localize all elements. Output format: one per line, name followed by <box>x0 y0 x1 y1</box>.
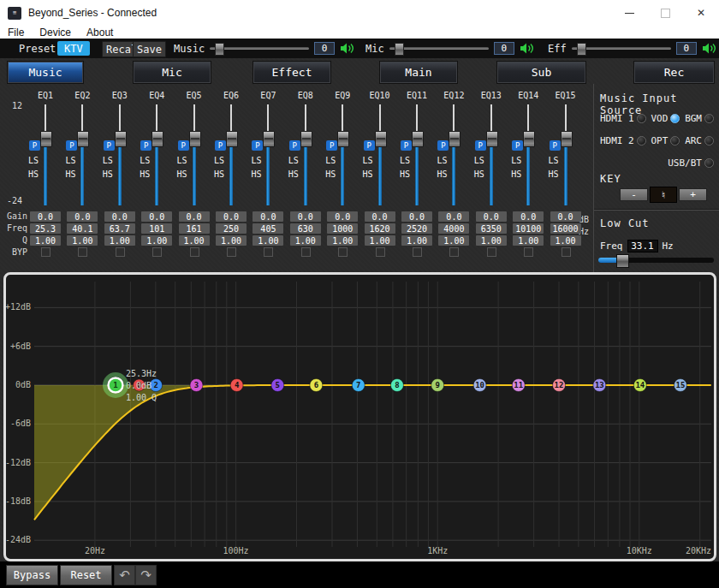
eq-fader[interactable] <box>225 104 237 205</box>
byp-checkbox-eq15[interactable] <box>562 247 571 257</box>
eq-fader-thumb[interactable] <box>115 131 127 147</box>
gain-value-eq9[interactable]: 0.0 <box>327 211 358 222</box>
eq-fader-thumb[interactable] <box>189 131 201 147</box>
eq-type-hs-button[interactable]: HS <box>103 169 113 179</box>
q-value-eq12[interactable]: 1.00 <box>438 235 469 246</box>
undo-button[interactable]: ↶ <box>114 565 135 585</box>
byp-checkbox-eq7[interactable] <box>264 247 273 257</box>
tab-main[interactable]: Main <box>379 61 458 84</box>
freq-value-eq1[interactable]: 25.3 <box>30 223 61 234</box>
tab-rec[interactable]: Rec <box>633 61 715 84</box>
menu-item-device[interactable]: Device <box>32 27 79 39</box>
eq-fader[interactable] <box>560 104 572 205</box>
byp-checkbox-eq5[interactable] <box>190 247 199 257</box>
q-value-eq9[interactable]: 1.00 <box>327 235 358 246</box>
eq-type-p-button[interactable]: P <box>550 140 561 151</box>
gain-value-eq1[interactable]: 0.0 <box>30 211 61 222</box>
eq-fader-thumb[interactable] <box>40 131 52 147</box>
tab-effect[interactable]: Effect <box>253 61 331 84</box>
eq-fader-thumb[interactable] <box>486 131 498 147</box>
eq-fader-thumb[interactable] <box>226 131 238 147</box>
radio-selected[interactable] <box>670 114 680 123</box>
eq-fader[interactable] <box>76 104 88 205</box>
eq-fader[interactable] <box>336 104 348 205</box>
minimize-button[interactable] <box>611 0 647 26</box>
eq-fader-thumb[interactable] <box>77 131 89 147</box>
gain-value-eq3[interactable]: 0.0 <box>104 211 135 222</box>
eq-type-p-button[interactable]: P <box>215 140 226 151</box>
q-value-eq1[interactable]: 1.00 <box>30 235 61 246</box>
eq-type-ls-button[interactable]: LS <box>140 156 150 165</box>
eq-type-ls-button[interactable]: LS <box>474 156 484 165</box>
gain-value-eq6[interactable]: 0.0 <box>216 211 247 222</box>
eq-fader-thumb[interactable] <box>152 131 163 147</box>
eq-type-ls-button[interactable]: LS <box>437 156 447 165</box>
eq-type-hs-button[interactable]: HS <box>511 169 521 179</box>
eq-fader-thumb[interactable] <box>449 131 461 147</box>
volume-slider[interactable] <box>572 47 671 50</box>
menu-item-file[interactable]: File <box>0 27 32 39</box>
freq-value-eq8[interactable]: 630 <box>290 223 321 234</box>
gain-value-eq15[interactable]: 0.0 <box>550 211 581 222</box>
volume-value[interactable]: 0 <box>314 42 335 55</box>
source-option-usb-bt[interactable]: USB/BT <box>668 157 714 169</box>
radio-unselected[interactable] <box>704 114 714 123</box>
q-value-eq10[interactable]: 1.00 <box>365 235 395 246</box>
eq-type-p-button[interactable]: P <box>401 140 412 151</box>
byp-checkbox-eq11[interactable] <box>413 247 422 257</box>
byp-checkbox-eq3[interactable] <box>116 247 125 257</box>
eq-type-hs-button[interactable]: HS <box>437 169 447 179</box>
eq-fader-thumb[interactable] <box>337 131 349 147</box>
source-option-hdmi-1[interactable]: HDMI 1 <box>600 113 646 124</box>
radio-unselected[interactable] <box>704 136 714 146</box>
eq-type-ls-button[interactable]: LS <box>251 156 261 165</box>
eq-fader[interactable] <box>262 104 274 205</box>
eq-fader-thumb[interactable] <box>561 131 573 147</box>
eq-type-p-button[interactable]: P <box>326 140 337 151</box>
bypass-button[interactable]: Bypass <box>6 565 58 585</box>
q-value-eq11[interactable]: 1.00 <box>401 235 432 246</box>
eq-type-ls-button[interactable]: LS <box>288 156 299 165</box>
freq-value-eq4[interactable]: 101 <box>141 223 172 234</box>
speaker-icon[interactable] <box>340 43 354 54</box>
speaker-icon[interactable] <box>520 43 534 54</box>
eq-type-hs-button[interactable]: HS <box>177 169 187 179</box>
eq-fader[interactable] <box>300 104 312 205</box>
q-value-eq14[interactable]: 1.00 <box>513 235 544 246</box>
byp-checkbox-eq8[interactable] <box>301 247 311 257</box>
eq-fader[interactable] <box>39 104 51 205</box>
eq-type-p-button[interactable]: P <box>475 140 486 151</box>
byp-checkbox-eq2[interactable] <box>78 247 87 257</box>
freq-value-eq15[interactable]: 16000 <box>550 223 581 234</box>
eq-type-p-button[interactable]: P <box>29 140 40 151</box>
q-value-eq3[interactable]: 1.00 <box>104 235 135 246</box>
q-value-eq2[interactable]: 1.00 <box>67 235 98 246</box>
eq-type-p-button[interactable]: P <box>140 140 152 151</box>
eq-fader-thumb[interactable] <box>300 131 312 147</box>
q-value-eq8[interactable]: 1.00 <box>290 235 321 246</box>
volume-slider-thumb[interactable] <box>577 43 586 56</box>
eq-type-hs-button[interactable]: HS <box>28 169 39 179</box>
byp-checkbox-eq6[interactable] <box>227 247 236 257</box>
q-value-eq13[interactable]: 1.00 <box>476 235 507 246</box>
eq-fader[interactable] <box>411 104 423 205</box>
eq-type-ls-button[interactable]: LS <box>103 156 113 165</box>
eq-type-p-button[interactable]: P <box>437 140 449 151</box>
eq-fader-thumb[interactable] <box>375 131 387 147</box>
lowcut-freq-value[interactable]: 33.1 <box>627 240 658 252</box>
maximize-button[interactable] <box>647 0 683 26</box>
eq-fader[interactable] <box>448 104 460 205</box>
key-minus-button[interactable]: - <box>620 188 648 201</box>
gain-value-eq2[interactable]: 0.0 <box>67 211 98 222</box>
byp-checkbox-eq12[interactable] <box>449 247 459 257</box>
eq-type-hs-button[interactable]: HS <box>549 169 559 179</box>
close-button[interactable]: ✕ <box>683 0 719 26</box>
freq-value-eq3[interactable]: 63.7 <box>104 223 135 234</box>
eq-type-ls-button[interactable]: LS <box>177 156 187 165</box>
eq-type-hs-button[interactable]: HS <box>400 169 410 179</box>
gain-value-eq13[interactable]: 0.0 <box>476 211 507 222</box>
byp-checkbox-eq13[interactable] <box>487 247 496 257</box>
eq-type-p-button[interactable]: P <box>364 140 375 151</box>
freq-value-eq9[interactable]: 1000 <box>327 223 358 234</box>
eq-type-hs-button[interactable]: HS <box>251 169 261 179</box>
